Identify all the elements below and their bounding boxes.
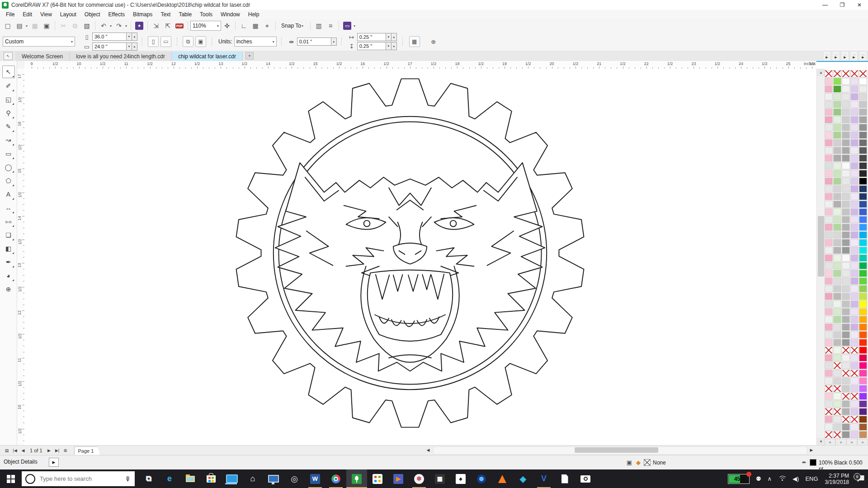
color-swatch[interactable] [850, 178, 859, 185]
units-select[interactable]: inches ▾ [234, 37, 277, 47]
treat-as-filled-button[interactable]: ▩ [409, 36, 420, 47]
color-swatch[interactable] [825, 370, 833, 377]
fill-none-swatch[interactable] [644, 459, 651, 466]
color-swatch[interactable] [850, 423, 859, 431]
docker-flyout-arrow[interactable]: ⋯▶ [859, 51, 867, 61]
menu-bitmaps[interactable]: Bitmaps [129, 10, 156, 19]
print-button[interactable]: ▣ [41, 20, 52, 31]
duplicate-x-field[interactable]: 0.25 " [357, 33, 386, 41]
color-swatch[interactable] [833, 85, 841, 93]
portrait-orientation-button[interactable]: ▯ [148, 36, 159, 47]
color-swatch[interactable] [859, 339, 867, 346]
page-height-field[interactable]: 24.0 " [92, 42, 127, 51]
color-swatch[interactable] [833, 147, 841, 154]
color-swatch[interactable] [833, 185, 841, 192]
menu-layout[interactable]: Layout [56, 10, 80, 19]
color-swatch[interactable] [859, 431, 867, 438]
cut-button[interactable]: ✂ [58, 20, 69, 31]
color-swatch[interactable] [850, 293, 859, 300]
snap-to-dropdown[interactable]: Snap To▾ [278, 20, 307, 31]
color-swatch[interactable] [859, 277, 867, 285]
menu-help[interactable]: Help [244, 10, 264, 19]
color-swatch[interactable] [842, 324, 850, 331]
object-details-flyout-button[interactable]: ▶ [49, 458, 59, 467]
color-swatch[interactable] [859, 354, 867, 361]
nudge-distance-field[interactable]: 0.01 " [297, 38, 331, 46]
no-color-swatch[interactable] [850, 70, 859, 77]
color-swatch[interactable] [825, 124, 833, 131]
color-swatch[interactable] [842, 385, 850, 392]
color-swatch[interactable] [859, 162, 867, 169]
no-color-swatch[interactable] [842, 393, 850, 400]
color-swatch[interactable] [825, 331, 833, 338]
color-swatch[interactable] [842, 108, 850, 116]
notepad-doc-taskbar-button[interactable] [554, 469, 575, 488]
color-swatch[interactable] [833, 101, 841, 108]
color-swatch[interactable] [850, 324, 859, 331]
no-color-swatch[interactable] [833, 431, 841, 438]
export-button[interactable]: ⇱ [162, 20, 173, 31]
no-color-swatch[interactable] [850, 393, 859, 400]
full-screen-preview-button[interactable]: ✜ [222, 20, 232, 31]
text-tool[interactable]: A [3, 188, 14, 200]
color-swatch[interactable] [859, 131, 867, 139]
color-swatch[interactable] [825, 377, 833, 385]
color-swatch[interactable] [850, 193, 859, 200]
color-swatch[interactable] [859, 331, 867, 338]
color-swatch[interactable] [825, 400, 833, 408]
color-swatch[interactable] [850, 362, 859, 369]
color-swatch[interactable] [833, 423, 841, 431]
color-swatch[interactable] [850, 216, 859, 223]
save-button[interactable]: ▦ [29, 20, 40, 31]
color-swatch[interactable] [825, 216, 833, 223]
color-swatch[interactable] [842, 316, 850, 323]
color-swatch[interactable] [842, 377, 850, 385]
color-swatch[interactable] [833, 324, 841, 331]
outline-color-swatch[interactable] [810, 459, 816, 466]
store-taskbar-button[interactable] [201, 469, 222, 488]
color-swatch[interactable] [825, 193, 833, 200]
scroll-up-arrow[interactable]: ▲ [817, 69, 825, 76]
rulers-button[interactable]: ∟ [238, 20, 249, 31]
color-swatch[interactable] [850, 254, 859, 262]
color-swatch[interactable] [842, 216, 850, 223]
no-color-swatch[interactable] [825, 431, 833, 438]
color-swatch[interactable] [833, 339, 841, 346]
color-swatch[interactable] [825, 93, 833, 100]
chevron-down-icon[interactable]: ▾ [124, 24, 128, 28]
grid-app-taskbar-button[interactable] [367, 469, 388, 488]
color-swatch[interactable] [825, 254, 833, 262]
color-swatch[interactable] [825, 277, 833, 285]
start-button[interactable] [0, 469, 22, 488]
add-tools-button[interactable]: ⊕ [3, 283, 14, 295]
color-swatch[interactable] [850, 300, 859, 308]
menu-window[interactable]: Window [217, 10, 244, 19]
scroll-left-arrow[interactable]: ◀ [424, 446, 432, 454]
color-swatch[interactable] [842, 362, 850, 369]
color-swatch[interactable] [850, 316, 859, 323]
guidelines-button[interactable]: ⌖ [262, 20, 273, 31]
color-swatch[interactable] [825, 78, 833, 85]
color-swatch[interactable] [850, 354, 859, 361]
color-swatch[interactable] [825, 170, 833, 177]
color-swatch[interactable] [850, 93, 859, 100]
checklist-button[interactable]: ≡ [325, 20, 336, 31]
color-swatch[interactable] [859, 231, 867, 239]
color-swatch[interactable] [850, 270, 859, 277]
artistic-media-tool[interactable]: ↝ [3, 134, 14, 146]
color-swatch[interactable] [833, 293, 841, 300]
page-tab[interactable]: Page 1 [74, 446, 101, 455]
color-swatch[interactable] [850, 131, 859, 139]
color-swatch[interactable] [825, 423, 833, 431]
shape-tool[interactable]: ✐ [3, 80, 14, 92]
menu-object[interactable]: Object [80, 10, 104, 19]
color-swatch[interactable] [833, 247, 841, 254]
powerdvd-eye-taskbar-button[interactable] [471, 469, 492, 488]
pick-tool[interactable]: ↖ [2, 66, 15, 78]
search-input[interactable] [39, 475, 125, 483]
color-swatch[interactable] [833, 201, 841, 208]
redo-button[interactable]: ↷ [113, 20, 124, 31]
nudge-up-button[interactable]: ▲ [331, 38, 337, 46]
color-swatch[interactable] [859, 147, 867, 154]
connector-tool[interactable]: ⧟ [3, 216, 14, 227]
